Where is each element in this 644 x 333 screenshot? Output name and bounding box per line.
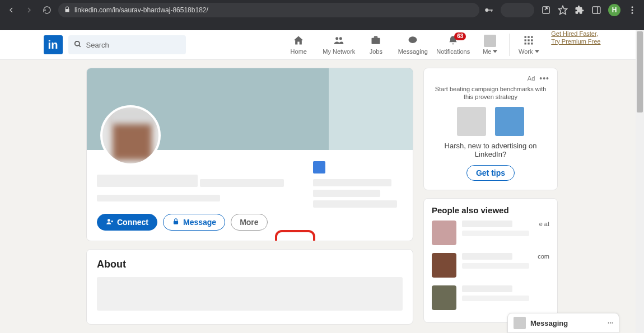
- browser-chrome: linkedin.com/in/saurav-bhardwaj-86518b18…: [0, 0, 644, 20]
- pav-heading: People also viewed: [432, 205, 549, 215]
- about-text-redacted: [97, 277, 403, 311]
- home-icon: [293, 35, 304, 47]
- svg-rect-22: [531, 39, 533, 41]
- ad-cta-button[interactable]: Get tips: [466, 165, 515, 181]
- linkedin-logo[interactable]: in: [44, 35, 63, 54]
- promo-line2[interactable]: Try Premium Free: [551, 38, 600, 45]
- promo-line1[interactable]: Get Hired Faster,: [551, 30, 600, 37]
- chevron-down-icon: [493, 48, 497, 55]
- about-card: About: [86, 249, 413, 325]
- ad-menu-icon[interactable]: •••: [539, 74, 549, 83]
- ad-image-2: [495, 107, 524, 136]
- svg-point-8: [632, 10, 633, 11]
- svg-point-9: [632, 12, 633, 14]
- url-text: linkedin.com/in/saurav-bhardwaj-86518b18…: [74, 6, 208, 14]
- chevron-down-icon: [535, 48, 539, 55]
- profile-headline-redacted: [200, 179, 284, 187]
- pav-row[interactable]: com: [432, 253, 549, 278]
- chrome-right-icons: H: [484, 3, 640, 17]
- star-icon[interactable]: [558, 5, 568, 15]
- profile-actions: Connect Message More: [87, 209, 413, 241]
- pav-avatar: [432, 285, 456, 310]
- reload-button[interactable]: [40, 3, 54, 17]
- svg-rect-19: [531, 36, 533, 38]
- svg-point-13: [339, 37, 342, 40]
- me-avatar: [484, 35, 496, 47]
- svg-marker-4: [559, 6, 567, 15]
- more-button[interactable]: More: [231, 214, 267, 231]
- address-bar[interactable]: linkedin.com/in/saurav-bhardwaj-86518b18…: [58, 3, 479, 17]
- search-input[interactable]: Search: [68, 35, 186, 54]
- connect-icon: [106, 218, 114, 227]
- svg-point-7: [632, 6, 633, 8]
- company-logo: [313, 161, 325, 173]
- profile-header-card: Connect Message More: [86, 68, 413, 241]
- profile-name-redacted: [97, 175, 198, 187]
- page-viewport: in Search Home My Network J: [0, 30, 644, 333]
- sidepanel-icon[interactable]: [591, 5, 601, 15]
- pav-row[interactable]: [432, 285, 549, 310]
- key-icon[interactable]: [484, 5, 494, 15]
- pav-avatar: [432, 253, 456, 278]
- lock-icon: [64, 6, 71, 15]
- browser-tab-strip: [0, 20, 644, 30]
- nav-divider: [509, 34, 510, 56]
- page-content: Connect Message More About: [86, 60, 558, 325]
- ad-question: Harsh, new to advertising on LinkedIn?: [432, 142, 549, 158]
- share-icon[interactable]: [541, 5, 551, 15]
- browser-profile-avatar[interactable]: H: [608, 4, 620, 16]
- svg-rect-25: [531, 43, 533, 44]
- svg-marker-26: [535, 50, 539, 53]
- notification-badge: 63: [454, 32, 466, 40]
- svg-line-11: [78, 45, 80, 46]
- messaging-dock[interactable]: Messaging ···: [507, 313, 619, 333]
- about-heading: About: [97, 259, 403, 270]
- pav-hint: e at: [535, 221, 549, 227]
- pav-avatar: [432, 221, 456, 245]
- svg-point-12: [335, 37, 338, 40]
- scrollbar-thumb[interactable]: [637, 31, 643, 112]
- pav-row[interactable]: e at: [432, 221, 549, 245]
- grid-icon: [523, 35, 534, 47]
- ad-subtitle: Start beating campaign benchmarks with t…: [432, 85, 549, 101]
- nav-me[interactable]: Me: [473, 30, 507, 60]
- svg-rect-28: [174, 221, 178, 224]
- premium-promo[interactable]: Get Hired Faster, Try Premium Free: [545, 30, 600, 60]
- forward-button[interactable]: [22, 3, 36, 17]
- scrollbar-track[interactable]: [636, 30, 644, 333]
- svg-rect-18: [528, 36, 530, 38]
- people-also-viewed-card: People also viewed e at com: [423, 198, 558, 323]
- nav-work[interactable]: Work: [512, 30, 545, 60]
- messaging-menu-icon[interactable]: ···: [608, 319, 613, 327]
- svg-rect-21: [528, 39, 530, 41]
- search-placeholder: Search: [86, 41, 109, 49]
- ad-image-1: [457, 107, 486, 136]
- messaging-avatar: [514, 317, 526, 329]
- svg-rect-23: [525, 43, 526, 44]
- chat-icon: [407, 35, 418, 47]
- nav-jobs[interactable]: Jobs: [359, 30, 393, 60]
- messaging-label: Messaging: [530, 319, 568, 327]
- nav-network[interactable]: My Network: [319, 30, 359, 60]
- ad-label: Ad: [528, 75, 535, 82]
- chrome-actions-pill: [501, 3, 534, 17]
- extensions-icon[interactable]: [575, 5, 585, 15]
- people-icon: [333, 35, 344, 47]
- svg-point-27: [108, 219, 110, 222]
- message-button[interactable]: Message: [163, 214, 225, 231]
- back-button[interactable]: [4, 3, 18, 17]
- search-icon: [74, 40, 82, 50]
- svg-rect-20: [525, 39, 526, 41]
- nav-messaging[interactable]: Messaging: [393, 30, 433, 60]
- experience-summary: [313, 161, 403, 208]
- nav-items: Home My Network Jobs Messaging 63: [278, 30, 600, 60]
- svg-rect-14: [372, 38, 380, 44]
- svg-marker-16: [493, 50, 497, 53]
- nav-notifications[interactable]: 63 Notifications: [433, 30, 473, 60]
- svg-point-15: [409, 36, 417, 43]
- svg-rect-2: [492, 10, 493, 12]
- pav-hint: com: [535, 253, 549, 260]
- connect-button[interactable]: Connect: [97, 214, 157, 231]
- nav-home[interactable]: Home: [278, 30, 319, 60]
- kebab-icon[interactable]: [627, 5, 637, 15]
